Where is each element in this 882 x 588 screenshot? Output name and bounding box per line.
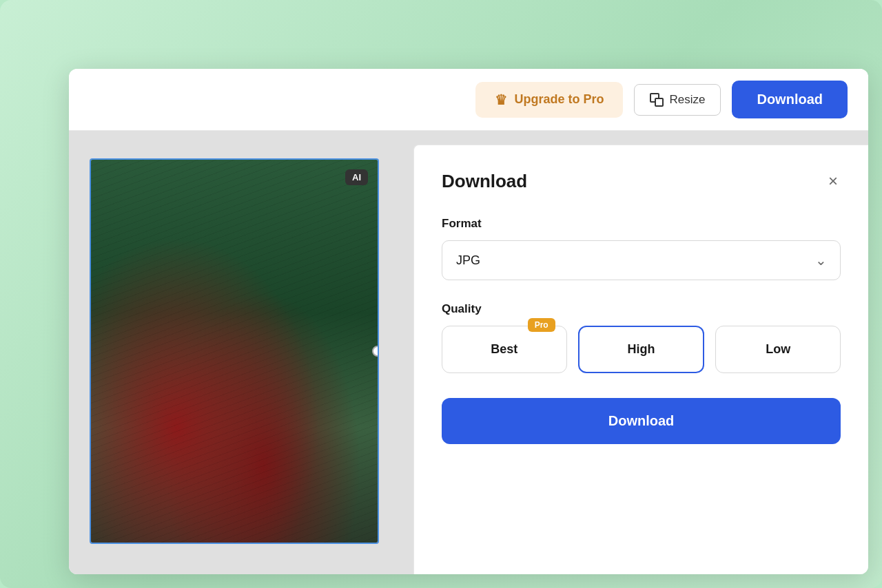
resize-button[interactable]: Resize [634,84,721,116]
quality-best-button[interactable]: Pro Best [442,326,567,373]
panel-header: Download × [442,170,841,192]
quality-options: Pro Best High Low [442,326,841,373]
upgrade-label: Upgrade to Pro [514,92,604,107]
quality-label: Quality [442,302,841,316]
close-button[interactable]: × [825,170,841,192]
quality-low-button[interactable]: Low [715,326,841,373]
pro-badge: Pro [528,318,555,332]
format-select[interactable]: JPG PNG WEBP PDF [442,240,841,280]
download-action-button[interactable]: Download [442,398,841,444]
download-action-label: Download [608,413,675,428]
download-header-button[interactable]: Download [732,81,848,118]
close-icon: × [828,171,838,190]
upgrade-to-pro-button[interactable]: ♛ Upgrade to Pro [475,82,623,118]
svg-rect-1 [655,98,663,106]
download-panel: Download × Format JPG PNG WEBP PDF ⌄ [413,145,868,574]
app-window: ♛ Upgrade to Pro Resize Download AI Down… [69,69,868,574]
ai-badge: AI [345,169,368,185]
resize-icon [650,93,664,107]
format-section: Format JPG PNG WEBP PDF ⌄ [442,217,841,280]
resize-label: Resize [669,93,705,107]
canvas-area: AI Download × Format JPG PNG WEBP [69,131,868,574]
crown-icon: ♛ [495,92,507,108]
format-label: Format [442,217,841,231]
quality-section: Quality Pro Best High Low [442,302,841,373]
quality-high-button[interactable]: High [578,326,705,373]
panel-title: Download [442,171,527,192]
format-select-wrapper: JPG PNG WEBP PDF ⌄ [442,240,841,280]
download-header-label: Download [757,92,823,107]
drag-handle[interactable] [372,346,379,357]
image-preview: AI [90,158,379,544]
image-content [91,160,378,543]
toolbar: ♛ Upgrade to Pro Resize Download [69,69,868,131]
